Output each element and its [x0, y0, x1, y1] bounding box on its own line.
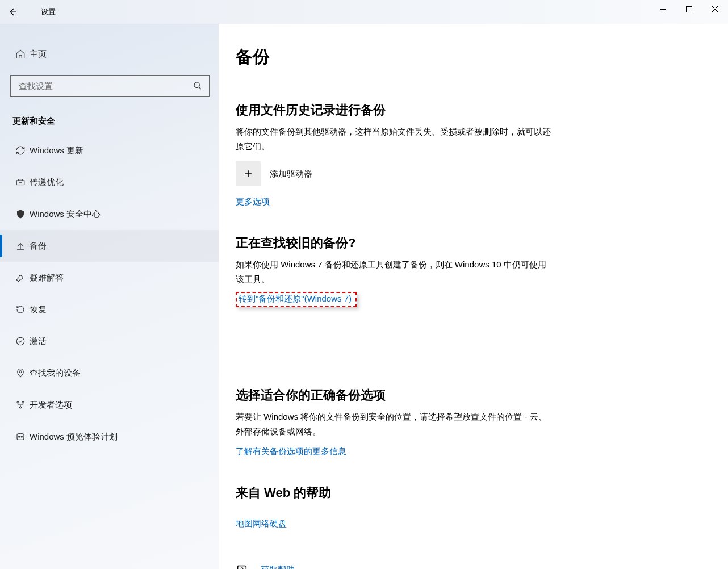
svg-point-6 [22, 401, 24, 403]
maximize-button[interactable] [676, 0, 702, 18]
sidebar-item-label: 查找我的设备 [30, 368, 81, 379]
close-button[interactable] [702, 0, 728, 18]
sidebar-item-label: 疑难解答 [30, 273, 64, 283]
svg-point-7 [20, 407, 22, 408]
sidebar-item-label: 恢复 [30, 304, 47, 315]
search-input[interactable] [19, 81, 193, 91]
sidebar-item-windows-update[interactable]: Windows 更新 [0, 135, 219, 166]
maximize-icon [686, 6, 692, 12]
section-web-help: 来自 Web 的帮助 地图网络硬盘 [236, 484, 711, 529]
section-heading: 使用文件历史记录进行备份 [236, 102, 711, 119]
content-area: 备份 使用文件历史记录进行备份 将你的文件备份到其他驱动器，这样当原始文件丢失、… [219, 24, 728, 569]
sidebar-item-developer[interactable]: 开发者选项 [0, 389, 219, 421]
svg-rect-0 [686, 6, 692, 12]
insider-icon [11, 432, 30, 442]
svg-point-4 [19, 371, 22, 373]
home-icon [11, 49, 30, 59]
svg-point-1 [194, 82, 199, 87]
sidebar-item-security[interactable]: Windows 安全中心 [0, 198, 219, 230]
back-button[interactable] [1, 0, 24, 24]
get-help-row[interactable]: 获取帮助 [236, 563, 711, 569]
sidebar-item-label: 主页 [30, 49, 47, 60]
search-icon [193, 81, 203, 90]
minimize-icon [660, 6, 666, 12]
minimize-button[interactable] [650, 0, 676, 18]
section-backup-options: 选择适合你的正确备份选项 若要让 Windows 将你的文件备份到安全的位置，请… [236, 387, 711, 457]
window-controls [650, 0, 728, 18]
sidebar-item-troubleshoot[interactable]: 疑难解答 [0, 262, 219, 294]
sidebar-item-label: 传递优化 [30, 177, 64, 188]
close-icon [712, 6, 718, 12]
sidebar-item-label: Windows 更新 [30, 145, 83, 156]
section-desc: 若要让 Windows 将你的文件备份到安全的位置，请选择希望放置文件的位置 -… [236, 409, 554, 438]
svg-point-10 [21, 436, 22, 437]
section-heading: 选择适合你的正确备份选项 [236, 387, 711, 404]
more-options-link[interactable]: 更多选项 [236, 196, 270, 207]
arrow-left-icon [7, 7, 18, 17]
section-desc: 如果你使用 Windows 7 备份和还原工具创建了备份，则在 Windows … [236, 257, 554, 286]
search-box[interactable] [10, 75, 210, 97]
add-drive-button[interactable]: + 添加驱动器 [236, 161, 711, 186]
backup-restore-win7-link[interactable]: 转到"备份和还原"(Windows 7) [239, 294, 352, 304]
titlebar: 设置 [0, 0, 728, 24]
add-drive-label: 添加驱动器 [270, 169, 312, 179]
section-desc: 将你的文件备份到其他驱动器，这样当原始文件丢失、受损或者被删除时，就可以还原它们… [236, 124, 554, 153]
svg-point-5 [17, 401, 19, 403]
section-heading: 正在查找较旧的备份? [236, 235, 711, 252]
section-older-backup: 正在查找较旧的备份? 如果你使用 Windows 7 备份和还原工具创建了备份，… [236, 235, 711, 307]
learn-backup-link[interactable]: 了解有关备份选项的更多信息 [236, 446, 346, 457]
shield-icon [11, 209, 30, 219]
backup-icon [11, 241, 30, 251]
section-file-history: 使用文件历史记录进行备份 将你的文件备份到其他驱动器，这样当原始文件丢失、受损或… [236, 102, 711, 207]
page-title: 备份 [236, 45, 711, 69]
sidebar-item-activation[interactable]: 激活 [0, 325, 219, 357]
svg-point-3 [16, 337, 24, 345]
get-help-link[interactable]: 获取帮助 [261, 564, 295, 570]
sidebar-item-label: Windows 预览体验计划 [30, 432, 118, 442]
activation-icon [11, 336, 30, 346]
svg-rect-8 [17, 434, 24, 440]
sidebar-section-header: 更新和安全 [0, 104, 219, 135]
sidebar-item-recovery[interactable]: 恢复 [0, 294, 219, 325]
sidebar-item-find-device[interactable]: 查找我的设备 [0, 357, 219, 389]
sidebar-item-label: Windows 安全中心 [30, 209, 101, 220]
sidebar-item-label: 激活 [30, 336, 47, 347]
find-device-icon [11, 368, 30, 378]
plus-icon: + [236, 161, 261, 186]
window-title: 设置 [41, 7, 56, 17]
chat-help-icon [236, 563, 249, 569]
delivery-icon [11, 177, 30, 187]
recovery-icon [11, 304, 30, 315]
wrench-icon [11, 273, 30, 283]
highlighted-link-callout: 转到"备份和还原"(Windows 7) [236, 292, 357, 307]
section-heading: 来自 Web 的帮助 [236, 484, 711, 501]
sidebar-item-backup[interactable]: 备份 [0, 230, 219, 262]
developer-icon [11, 400, 30, 410]
sidebar-item-label: 备份 [30, 241, 47, 252]
sidebar-item-delivery-optimization[interactable]: 传递优化 [0, 166, 219, 198]
sidebar-item-label: 开发者选项 [30, 400, 72, 411]
sidebar: 主页 更新和安全 Windows 更新 传递优化 [0, 24, 219, 569]
svg-point-9 [19, 436, 20, 437]
refresh-icon [11, 145, 30, 156]
sidebar-item-home[interactable]: 主页 [0, 41, 219, 67]
sidebar-item-insider[interactable]: Windows 预览体验计划 [0, 421, 219, 453]
map-network-drive-link[interactable]: 地图网络硬盘 [236, 518, 287, 529]
